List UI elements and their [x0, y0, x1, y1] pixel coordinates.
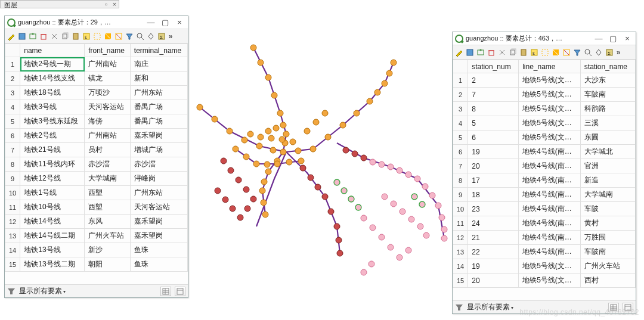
cell-front-name[interactable]: 镇龙 — [85, 72, 131, 86]
cell-station-num[interactable]: 18 — [468, 188, 519, 202]
select-by-expression-icon[interactable]: ε — [529, 47, 539, 57]
row-number[interactable]: 13 — [453, 245, 468, 259]
cell-line-name[interactable]: 地铁5号线(文… — [519, 116, 581, 131]
cell-station-num[interactable]: 5 — [468, 116, 519, 131]
cell-station-num[interactable]: 24 — [468, 216, 519, 231]
cell-terminal-name[interactable]: 嘉禾望岗 — [130, 229, 187, 243]
table-row[interactable]: 3地铁18号线万顷沙广州东站 — [5, 86, 188, 100]
cell-station-num[interactable]: 19 — [468, 145, 519, 159]
cell-terminal-name[interactable]: 鱼珠 — [130, 257, 187, 272]
table-row[interactable]: 14地铁13号线新沙鱼珠 — [5, 243, 188, 257]
cell-station-name[interactable]: 三溪 — [580, 116, 635, 131]
cell-terminal-name[interactable]: 嘉禾望岗 — [130, 129, 187, 143]
table-row[interactable]: 15地铁13号线二期朝阳鱼珠 — [5, 257, 188, 272]
cell-front-name[interactable]: 广州南站 — [85, 57, 131, 72]
cell-front-name[interactable]: 西塱 — [85, 186, 131, 200]
table-row[interactable]: 6地铁2号线广州南站嘉禾望岗 — [5, 129, 188, 143]
cell-station-name[interactable]: 大学城北 — [580, 145, 635, 159]
row-header-corner[interactable] — [453, 60, 468, 73]
cell-name[interactable]: 地铁13号线 — [20, 243, 85, 257]
save-edits-icon[interactable] — [465, 47, 475, 57]
minimize-button[interactable]: — — [145, 18, 157, 27]
select-all-icon[interactable] — [540, 47, 550, 57]
paste-icon[interactable] — [518, 47, 528, 57]
row-number[interactable]: 2 — [453, 88, 468, 102]
cell-front-name[interactable]: 天河客运站 — [85, 100, 131, 114]
toolbar-overflow-icon[interactable]: » — [615, 48, 622, 57]
table-row[interactable]: 7地铁21号线员村增城广场 — [5, 143, 188, 157]
cell-name[interactable]: 地铁2号线 — [20, 129, 85, 143]
table-row[interactable]: 2地铁14号线支线镇龙新和 — [5, 72, 188, 86]
cell-station-name[interactable]: 万胜围 — [580, 231, 635, 245]
cell-line-name[interactable]: 地铁4号线(南… — [519, 188, 581, 202]
cell-station-num[interactable]: 22 — [468, 245, 519, 259]
cell-name[interactable]: 地铁21号线 — [20, 143, 85, 157]
cell-name[interactable]: 地铁3号线 — [20, 100, 85, 114]
cell-front-name[interactable]: 朝阳 — [85, 257, 131, 272]
row-number[interactable]: 5 — [5, 114, 20, 129]
paste-icon[interactable] — [70, 31, 80, 41]
row-number[interactable]: 7 — [5, 143, 20, 157]
pan-to-selected-icon[interactable] — [145, 31, 156, 41]
maximize-button[interactable]: ▢ — [159, 18, 171, 27]
cell-front-name[interactable]: 广州火车站 — [85, 229, 131, 243]
column-header-terminal-name[interactable]: terminal_name — [130, 44, 187, 57]
cell-line-name[interactable]: 地铁4号线(南… — [519, 202, 581, 216]
row-number[interactable]: 10 — [5, 186, 20, 200]
cell-station-name[interactable]: 西村 — [580, 274, 635, 288]
cell-line-name[interactable]: 地铁5号线(文… — [519, 88, 581, 102]
delete-selected-icon[interactable] — [486, 47, 496, 57]
close-button[interactable]: × — [174, 18, 185, 27]
add-feature-icon[interactable] — [475, 47, 485, 57]
table-row[interactable]: 10地铁1号线西塱广州东站 — [5, 186, 188, 200]
invert-selection-icon[interactable] — [550, 47, 561, 57]
cell-name[interactable]: 地铁1号线 — [20, 186, 85, 200]
select-all-icon[interactable] — [92, 31, 102, 41]
filter-icon[interactable] — [124, 31, 134, 41]
row-number[interactable]: 1 — [453, 73, 468, 88]
cell-station-num[interactable]: 19 — [468, 259, 519, 274]
cell-station-name[interactable]: 大学城南 — [580, 188, 635, 202]
cell-station-num[interactable]: 20 — [468, 159, 519, 173]
filter-indicator-icon[interactable] — [7, 287, 16, 296]
cell-station-num[interactable]: 21 — [468, 231, 519, 245]
cell-name[interactable]: 地铁13号线二期 — [20, 257, 85, 272]
filter-mode-label[interactable]: 显示所有要素 — [19, 286, 157, 296]
cut-icon[interactable] — [497, 47, 507, 57]
table-body[interactable]: name front_name terminal_name 1地铁2号线一期广州… — [5, 44, 188, 284]
column-header-station-name[interactable]: station_name — [580, 60, 635, 73]
row-number[interactable]: 12 — [453, 231, 468, 245]
cell-terminal-name[interactable]: 番禺广场 — [130, 100, 187, 114]
cell-station-name[interactable]: 车陂南 — [580, 245, 635, 259]
row-header-corner[interactable] — [5, 44, 20, 57]
row-number[interactable]: 8 — [453, 173, 468, 188]
cell-line-name[interactable]: 地铁5号线(文… — [519, 102, 581, 116]
cell-station-name[interactable]: 车陂 — [580, 202, 635, 216]
column-header-station-num[interactable]: station_num — [468, 60, 519, 73]
cell-front-name[interactable]: 赤沙滘 — [85, 157, 131, 172]
cell-station-name[interactable]: 东圃 — [580, 131, 635, 145]
table-row[interactable]: 38地铁5号线(文…科韵路 — [453, 102, 636, 116]
filter-icon[interactable] — [572, 47, 582, 57]
cell-front-name[interactable]: 海傍 — [85, 114, 131, 129]
row-number[interactable]: 6 — [5, 129, 20, 143]
cell-name[interactable]: 地铁11号线内环 — [20, 157, 85, 172]
row-number[interactable]: 5 — [453, 131, 468, 145]
table-body[interactable]: station_num line_name station_name 12地铁5… — [453, 60, 636, 300]
cell-station-name[interactable]: 科韵路 — [580, 102, 635, 116]
table-row[interactable]: 619地铁4号线(南…大学城北 — [453, 145, 636, 159]
cell-terminal-name[interactable]: 浔峰岗 — [130, 172, 187, 186]
row-number[interactable]: 15 — [453, 274, 468, 288]
table-row[interactable]: 12地铁14号线东风嘉禾望岗 — [5, 215, 188, 229]
zoom-to-selected-icon[interactable] — [583, 47, 593, 57]
cell-line-name[interactable]: 地铁5号线(文… — [519, 73, 581, 88]
close-button[interactable]: × — [621, 34, 633, 43]
cell-station-name[interactable]: 黄村 — [580, 216, 635, 231]
cell-terminal-name[interactable]: 鱼珠 — [130, 243, 187, 257]
row-number[interactable]: 9 — [5, 172, 20, 186]
delete-selected-icon[interactable] — [38, 31, 48, 41]
row-number[interactable]: 11 — [5, 200, 20, 215]
table-row[interactable]: 1520地铁5号线(文…西村 — [453, 274, 636, 288]
cell-name[interactable]: 地铁10号线 — [20, 200, 85, 215]
toggle-edit-icon[interactable] — [6, 31, 16, 41]
